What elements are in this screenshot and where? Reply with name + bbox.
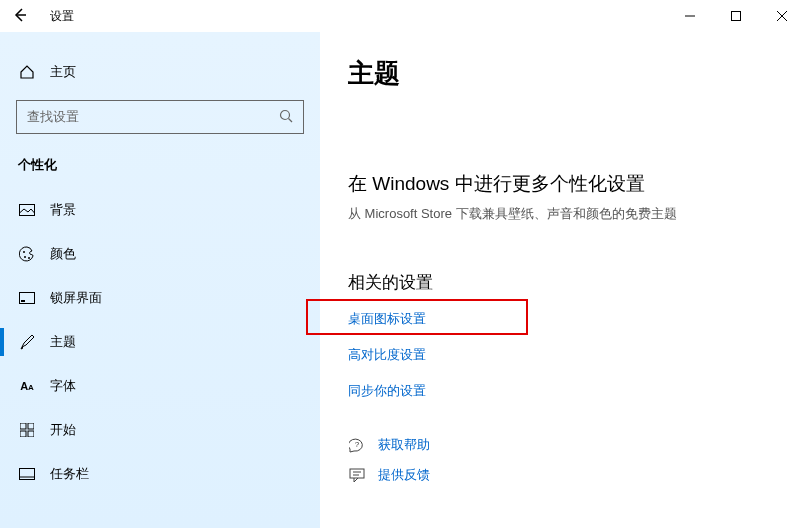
related-settings-heading: 相关的设置 — [348, 271, 777, 294]
link-sync-settings[interactable]: 同步你的设置 — [348, 382, 777, 400]
sidebar-item-label: 字体 — [50, 377, 76, 395]
sidebar-home[interactable]: 主页 — [0, 52, 320, 92]
start-icon — [18, 423, 36, 437]
back-button[interactable] — [0, 0, 40, 32]
sidebar-section-label: 个性化 — [18, 156, 320, 174]
svg-rect-15 — [20, 431, 26, 437]
feedback-label: 提供反馈 — [378, 466, 430, 484]
sidebar-item-start[interactable]: 开始 — [0, 408, 320, 452]
sidebar-item-lockscreen[interactable]: 锁屏界面 — [0, 276, 320, 320]
main-content: 主题 在 Windows 中进行更多个性化设置 从 Microsoft Stor… — [320, 32, 805, 528]
home-icon — [18, 64, 36, 80]
get-help-link[interactable]: ? 获取帮助 — [348, 436, 777, 454]
feedback-icon — [348, 467, 366, 483]
brush-icon — [18, 334, 36, 350]
search-placeholder: 查找设置 — [27, 108, 79, 126]
sidebar-item-label: 主题 — [50, 333, 76, 351]
feedback-link[interactable]: 提供反馈 — [348, 466, 777, 484]
sidebar-item-label: 背景 — [50, 201, 76, 219]
sidebar-item-fonts[interactable]: AA 字体 — [0, 364, 320, 408]
maximize-button[interactable] — [713, 0, 759, 32]
sidebar-item-label: 颜色 — [50, 245, 76, 263]
sidebar-item-taskbar[interactable]: 任务栏 — [0, 452, 320, 496]
link-high-contrast-settings[interactable]: 高对比度设置 — [348, 346, 777, 364]
svg-rect-17 — [20, 469, 35, 480]
sidebar-item-label: 开始 — [50, 421, 76, 439]
svg-text:?: ? — [355, 440, 360, 449]
window-controls — [667, 0, 805, 32]
sidebar-home-label: 主页 — [50, 63, 76, 81]
svg-rect-20 — [350, 469, 364, 478]
sidebar-item-background[interactable]: 背景 — [0, 188, 320, 232]
search-input[interactable]: 查找设置 — [16, 100, 304, 134]
lockscreen-icon — [18, 292, 36, 304]
sidebar: 主页 查找设置 个性化 背景 颜色 锁屏界面 主题 AA 字 — [0, 32, 320, 528]
page-title: 主题 — [348, 56, 777, 91]
svg-rect-13 — [20, 423, 26, 429]
svg-rect-16 — [28, 431, 34, 437]
palette-icon — [18, 246, 36, 262]
search-icon — [279, 109, 293, 126]
svg-point-9 — [24, 256, 26, 258]
svg-rect-14 — [28, 423, 34, 429]
svg-point-5 — [281, 110, 290, 119]
svg-rect-12 — [21, 300, 25, 302]
sidebar-item-themes[interactable]: 主题 — [0, 320, 320, 364]
link-desktop-icon-settings[interactable]: 桌面图标设置 — [348, 310, 777, 328]
help-icon: ? — [348, 437, 366, 453]
arrow-left-icon — [13, 8, 27, 22]
svg-line-6 — [289, 118, 293, 122]
more-personalization-subtext: 从 Microsoft Store 下载兼具壁纸、声音和颜色的免费主题 — [348, 205, 777, 223]
picture-icon — [18, 204, 36, 216]
sidebar-item-label: 锁屏界面 — [50, 289, 102, 307]
more-personalization-heading: 在 Windows 中进行更多个性化设置 — [348, 171, 777, 197]
svg-rect-2 — [732, 12, 741, 21]
sidebar-item-label: 任务栏 — [50, 465, 89, 483]
close-button[interactable] — [759, 0, 805, 32]
svg-point-8 — [23, 251, 25, 253]
font-icon: AA — [18, 380, 36, 392]
svg-point-10 — [28, 257, 30, 259]
window-title: 设置 — [50, 8, 74, 25]
taskbar-icon — [18, 468, 36, 480]
titlebar: 设置 — [0, 0, 805, 32]
sidebar-item-colors[interactable]: 颜色 — [0, 232, 320, 276]
minimize-button[interactable] — [667, 0, 713, 32]
get-help-label: 获取帮助 — [378, 436, 430, 454]
